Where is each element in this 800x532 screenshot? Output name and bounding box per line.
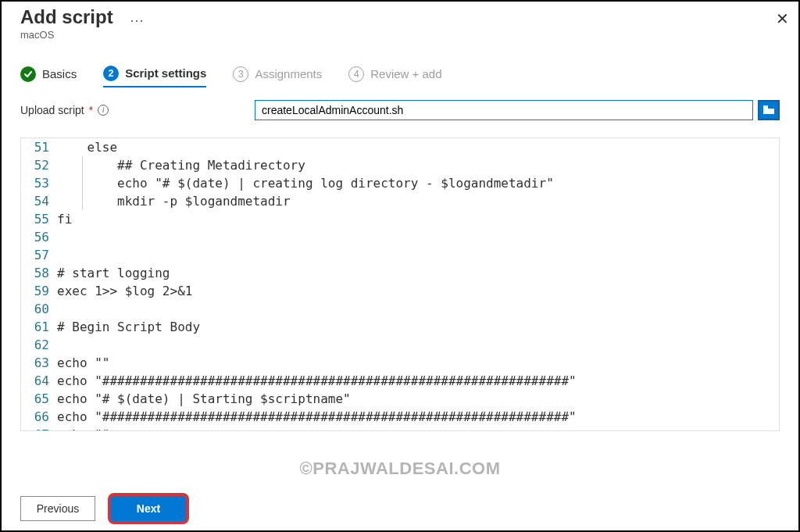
wizard-steps: Basics 2 Script settings 3 Assignments 4… <box>2 44 798 94</box>
step-number-icon: 3 <box>233 66 248 82</box>
line-number: 64 <box>21 372 57 390</box>
line-number: 51 <box>21 138 57 156</box>
line-number: 60 <box>21 300 57 318</box>
code-line: 65echo "# $(date) | Starting $scriptname… <box>21 390 779 408</box>
line-number: 54 <box>21 192 57 210</box>
code-line: 58# start logging <box>21 264 779 282</box>
line-number: 62 <box>21 336 57 354</box>
step-number-icon: 4 <box>348 66 364 82</box>
next-button[interactable]: Next <box>111 496 186 521</box>
previous-button[interactable]: Previous <box>20 496 95 521</box>
line-number: 67 <box>21 426 57 431</box>
step-number-icon: 2 <box>103 66 119 81</box>
line-number: 63 <box>21 354 57 372</box>
script-preview[interactable]: 51 else52 ## Creating Metadirectory53 ec… <box>20 137 780 431</box>
code-text: mkdir -p $logandmetadir <box>57 192 291 210</box>
wizard-footer: Previous Next <box>20 496 186 521</box>
code-line: 66echo "################################… <box>21 408 779 426</box>
info-icon[interactable]: i <box>98 105 109 116</box>
line-number: 61 <box>21 318 57 336</box>
code-line: 62 <box>21 336 779 354</box>
close-icon[interactable]: ✕ <box>776 9 789 28</box>
browse-file-button[interactable] <box>758 100 780 120</box>
page-subtitle: macOS <box>20 29 783 41</box>
code-text: fi <box>57 210 72 228</box>
field-label: Upload script <box>20 104 84 116</box>
line-number: 59 <box>21 282 57 300</box>
code-line: 61# Begin Script Body <box>21 318 779 336</box>
required-asterisk: * <box>89 104 93 116</box>
code-text: echo "# $(date) | creating log directory… <box>57 174 554 192</box>
step-basics[interactable]: Basics <box>20 66 77 87</box>
code-line: 59exec 1>> $log 2>&1 <box>21 282 779 300</box>
code-line: 55fi <box>21 210 779 228</box>
check-icon <box>20 66 36 82</box>
more-icon[interactable]: ··· <box>130 12 145 29</box>
line-number: 55 <box>21 210 57 228</box>
code-text: # start logging <box>57 264 170 282</box>
svg-rect-0 <box>763 105 768 108</box>
upload-script-input[interactable] <box>255 100 753 120</box>
panel-header: Add script ··· macOS ✕ <box>2 2 798 44</box>
line-number: 58 <box>21 264 57 282</box>
code-text: echo "" <box>57 354 109 372</box>
step-review-add[interactable]: 4 Review + add <box>348 66 441 87</box>
line-number: 53 <box>21 174 57 192</box>
step-assignments[interactable]: 3 Assignments <box>233 66 322 87</box>
code-text: # Begin Script Body <box>57 318 200 336</box>
code-text: ## Creating Metadirectory <box>57 156 305 174</box>
line-number: 66 <box>21 408 57 426</box>
upload-script-row: Upload script * i <box>2 94 798 133</box>
step-label: Assignments <box>255 67 322 80</box>
code-text: echo "##################################… <box>57 372 577 390</box>
code-line: 64echo "################################… <box>21 372 779 390</box>
code-line: 52 ## Creating Metadirectory <box>21 156 779 174</box>
step-label: Review + add <box>370 67 441 80</box>
code-line: 53 echo "# $(date) | creating log direct… <box>21 174 779 192</box>
code-line: 57 <box>21 246 779 264</box>
step-label: Basics <box>42 67 77 80</box>
watermark-text: ©PRAJWALDESAI.COM <box>300 459 501 479</box>
folder-icon <box>762 105 775 116</box>
code-line: 63echo "" <box>21 354 779 372</box>
code-text: else <box>57 138 117 156</box>
code-text: exec 1>> $log 2>&1 <box>57 282 192 300</box>
code-text: echo "##################################… <box>57 408 577 426</box>
page-title: Add script <box>20 6 113 28</box>
line-number: 56 <box>21 228 57 246</box>
code-line: 67echo "" <box>21 426 779 431</box>
line-number: 57 <box>21 246 57 264</box>
code-line: 54 mkdir -p $logandmetadir <box>21 192 779 210</box>
code-line: 60 <box>21 300 779 318</box>
code-text: echo "" <box>57 426 109 431</box>
code-text: echo "# $(date) | Starting $scriptname" <box>57 390 351 408</box>
step-script-settings[interactable]: 2 Script settings <box>103 66 206 87</box>
step-label: Script settings <box>125 66 206 80</box>
upload-script-label: Upload script * i <box>20 104 255 116</box>
code-line: 56 <box>21 228 779 246</box>
line-number: 52 <box>21 156 57 174</box>
code-line: 51 else <box>21 138 779 156</box>
line-number: 65 <box>21 390 57 408</box>
